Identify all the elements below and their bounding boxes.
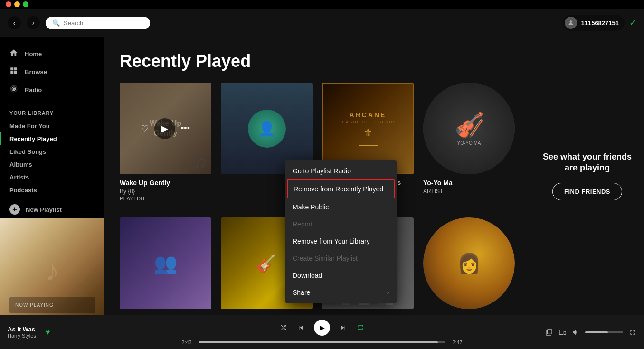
play-button[interactable]: ▶ — [154, 118, 175, 139]
card-wake-up-gently[interactable]: Wake UpGently 🎵 ♡ ▶ ••• Wake Up Gently B… — [120, 83, 211, 208]
heart-icon[interactable]: ♡ — [141, 123, 149, 134]
card-title-yoyo: Yo-Yo Ma — [423, 179, 515, 187]
browse-icon — [9, 66, 18, 77]
svg-rect-2 — [14, 67, 17, 70]
new-playlist-button[interactable]: + New Playlist — [0, 200, 104, 218]
radio-icon — [9, 85, 18, 95]
player-controls: ▶ — [280, 320, 364, 336]
topbar: ‹ › 🔍 11156827151 ✓ — [0, 9, 644, 37]
menu-item-remove-from-recently-played[interactable]: Remove from Recently Played — [287, 179, 395, 198]
verified-icon: ✓ — [629, 18, 636, 28]
close-button[interactable] — [6, 1, 11, 7]
card-image-woman: 👩 — [423, 217, 515, 309]
devices-button[interactable] — [559, 329, 566, 336]
svg-rect-3 — [10, 71, 13, 74]
card-subtitle: By {0} — [120, 188, 211, 195]
card-yo-yo-ma[interactable]: 🎻 YO-YO MA Yo-Yo Ma ARTIST — [423, 83, 515, 208]
card-duo[interactable]: 👥 — [120, 217, 211, 309]
sidebar-item-radio[interactable]: Radio — [0, 81, 104, 99]
minimize-button[interactable] — [14, 1, 20, 7]
menu-item-go-to-playlist-radio[interactable]: Go to Playlist Radio — [285, 162, 397, 179]
albums-label: Albums — [9, 161, 32, 168]
sidebar-item-made-for-you[interactable]: Made For You — [0, 120, 104, 132]
track-title: As It Was — [8, 326, 36, 333]
username-label: 11156827151 — [581, 19, 619, 27]
play-overlay: ♡ ▶ ••• — [120, 83, 211, 174]
player-left: As It Was Harry Styles ♥ — [8, 326, 122, 339]
liked-songs-label: Liked Songs — [9, 148, 46, 155]
progress-bar[interactable] — [199, 341, 445, 343]
volume-button[interactable] — [572, 329, 579, 336]
progress-row: 2:43 2:47 — [180, 340, 464, 345]
find-friends-button[interactable]: FIND FRIENDS — [552, 183, 622, 200]
sidebar-item-recently-played[interactable]: Recently Played — [0, 132, 104, 145]
sidebar-item-browse[interactable]: Browse — [0, 63, 104, 81]
fullscreen-button[interactable] — [23, 1, 28, 7]
svg-point-0 — [570, 20, 572, 23]
svg-rect-4 — [14, 71, 17, 74]
menu-item-remove-from-library[interactable]: Remove from Your Library — [285, 233, 397, 250]
share-arrow-icon: › — [387, 289, 389, 296]
sidebar: Home Browse Radio YOUR LIBRARY — [0, 37, 104, 315]
sidebar-library: Made For You Recently Played Liked Songs… — [0, 120, 104, 315]
podcasts-label: Podcasts — [9, 187, 37, 194]
home-label: Home — [25, 50, 42, 57]
menu-item-report: Report — [285, 216, 397, 233]
more-options-icon[interactable]: ••• — [181, 123, 190, 133]
repeat-button[interactable] — [357, 324, 364, 331]
card-image-wake-up-gently: Wake UpGently 🎵 ♡ ▶ ••• — [120, 83, 211, 174]
next-button[interactable] — [340, 324, 347, 331]
browse-label: Browse — [25, 68, 47, 75]
sidebar-item-artists[interactable]: Artists — [0, 171, 104, 184]
context-menu: Go to Playlist Radio Remove from Recentl… — [285, 160, 397, 303]
search-input[interactable] — [64, 19, 140, 27]
shuffle-button[interactable] — [280, 324, 287, 331]
sidebar-item-liked-songs[interactable]: Liked Songs — [0, 145, 104, 158]
menu-item-create-similar: Create Similar Playlist — [285, 250, 397, 267]
card-woman[interactable]: 👩 — [423, 217, 515, 309]
volume-fill — [585, 331, 608, 333]
player-right — [522, 329, 636, 336]
back-button[interactable]: ‹ — [8, 16, 21, 29]
friends-text: See what your friends are playing — [540, 151, 635, 174]
titlebar — [0, 0, 644, 9]
search-icon: 🔍 — [52, 19, 60, 27]
search-bar[interactable]: 🔍 — [46, 17, 150, 29]
menu-item-share[interactable]: Share › — [285, 284, 397, 301]
sidebar-item-albums[interactable]: Albums — [0, 158, 104, 171]
sidebar-item-podcasts[interactable]: Podcasts — [0, 184, 104, 197]
player-bar: As It Was Harry Styles ♥ ▶ — [0, 315, 644, 349]
now-playing-info: As It Was Harry Styles — [8, 326, 36, 339]
menu-item-download[interactable]: Download — [285, 267, 397, 284]
made-for-you-label: Made For You — [9, 123, 50, 130]
previous-button[interactable] — [297, 324, 304, 331]
card-title: Wake Up Gently — [120, 179, 211, 187]
card-image-duo: 👥 — [120, 217, 211, 309]
topbar-right: 11156827151 ✓ — [563, 15, 636, 31]
forward-button[interactable]: › — [27, 16, 40, 29]
card-image-yo-yo-ma: 🎻 YO-YO MA — [423, 83, 515, 174]
sidebar-album-art: Now Playing ♪ — [0, 218, 104, 315]
page-title: Recently Played — [120, 51, 515, 71]
fullscreen-toggle-button[interactable] — [629, 329, 636, 336]
volume-bar[interactable] — [585, 331, 623, 333]
track-artist: Harry Styles — [8, 333, 36, 339]
progress-fill — [199, 341, 438, 343]
user-badge[interactable]: 11156827151 — [563, 15, 625, 31]
right-panel: See what your friends are playing FIND F… — [530, 37, 644, 315]
artists-label: Artists — [9, 174, 29, 181]
svg-point-5 — [13, 88, 15, 90]
app-wrapper: ‹ › 🔍 11156827151 ✓ Hom — [0, 9, 644, 349]
plus-icon: + — [9, 204, 20, 215]
card-subtitle-yoyo: ARTIST — [423, 188, 515, 195]
sidebar-nav: Home Browse Radio — [0, 37, 104, 103]
like-icon[interactable]: ♥ — [46, 328, 50, 337]
play-pause-button[interactable]: ▶ — [314, 320, 330, 336]
current-time: 2:43 — [180, 340, 194, 345]
queue-button[interactable] — [545, 329, 553, 336]
recently-played-label: Recently Played — [9, 135, 57, 142]
radio-label: Radio — [25, 86, 42, 94]
library-section-label: YOUR LIBRARY — [0, 103, 104, 120]
menu-item-make-public[interactable]: Make Public — [285, 198, 397, 216]
sidebar-item-home[interactable]: Home — [0, 45, 104, 63]
